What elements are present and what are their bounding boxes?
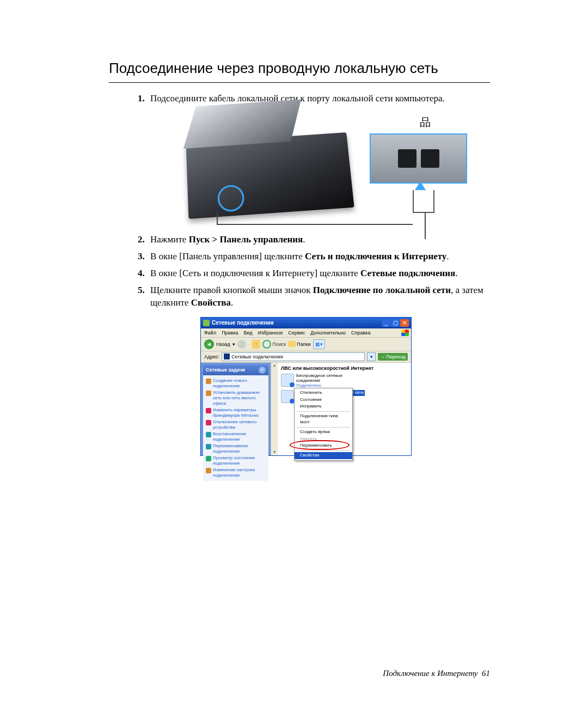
task-icon: [206, 420, 211, 425]
xp-addressbar: Адрес: Сетевые подключения ▾ Переход: [201, 351, 411, 363]
laptop-illustration: [186, 132, 354, 219]
step-1: Подсоедините кабель локальной сети к пор…: [147, 93, 490, 218]
address-input[interactable]: Сетевые подключения: [222, 352, 365, 361]
step-4: В окне [Сеть и подключения к Интернету] …: [147, 267, 490, 280]
rj45-port: [421, 149, 439, 168]
task-item[interactable]: Просмотр состояния подключения: [206, 455, 266, 466]
up-button[interactable]: ↑: [252, 340, 260, 349]
ctx-disable[interactable]: Отключить: [295, 389, 352, 397]
address-label: Адрес:: [204, 354, 219, 360]
side-scrollbar[interactable]: ▴▾: [271, 363, 278, 455]
task-header[interactable]: Сетевые задачи »: [203, 365, 268, 375]
ctx-delete: Удалить: [295, 436, 352, 443]
cable: [425, 212, 426, 239]
menu-file[interactable]: Файл: [204, 330, 216, 336]
menu-tools[interactable]: Сервис: [288, 330, 305, 336]
xp-toolbar: ◄ Назад ▾ · ↑ Поиск Папки ▦▾: [201, 338, 411, 351]
window-title: Сетевые подключения: [212, 319, 382, 327]
task-item[interactable]: Переименование подключения: [206, 443, 266, 454]
task-item[interactable]: Создание нового подключения: [206, 378, 266, 389]
address-dropdown[interactable]: ▾: [367, 352, 376, 361]
forward-button[interactable]: [237, 340, 246, 349]
minimize-button[interactable]: _: [382, 319, 390, 327]
page-footer: Подключение к Интернету 61: [383, 669, 490, 678]
cable: [217, 224, 413, 225]
xp-menubar: Файл Правка Вид Избранное Сервис Дополни…: [201, 328, 411, 338]
connection-item-wireless[interactable]: Беспроводное сетевое соединение Подключе…: [281, 374, 408, 388]
task-icon: [206, 468, 211, 473]
connection-icon: [281, 374, 294, 387]
xp-window: Сетевые подключения _ ▢ ✕ Файл Правка Ви…: [200, 317, 412, 456]
cable: [217, 212, 218, 224]
menu-help[interactable]: Справка: [351, 330, 370, 336]
category-header: ЛВС или высокоскоростной Интернет: [281, 365, 408, 371]
chevron-icon: »: [259, 367, 266, 374]
task-icon: [206, 456, 211, 461]
task-item[interactable]: Изменение настроек подключения: [206, 467, 266, 478]
back-button[interactable]: ◄: [204, 339, 214, 349]
task-icon: [206, 379, 211, 384]
task-icon: [206, 408, 211, 413]
window-icon: [203, 320, 210, 326]
task-item[interactable]: Изменить параметры брандмауэра Windows: [206, 407, 266, 418]
connection-icon: [281, 390, 294, 403]
go-button[interactable]: Переход: [378, 353, 408, 361]
ctx-rename[interactable]: Переименовать: [295, 442, 352, 449]
network-icon: [420, 115, 429, 130]
windows-flag-icon: [401, 330, 409, 336]
maximize-button[interactable]: ▢: [391, 319, 400, 327]
rj45-port: [398, 149, 416, 168]
xp-sidepanel: Сетевые задачи » Создание нового подключ…: [201, 363, 271, 455]
menu-edit[interactable]: Правка: [222, 330, 238, 336]
ctx-properties[interactable]: Свойства: [295, 452, 352, 459]
menu-favorites[interactable]: Избранное: [258, 330, 283, 336]
task-item[interactable]: Отключение сетевого устройства: [206, 419, 266, 430]
task-icon: [206, 391, 211, 396]
task-icon: [206, 444, 211, 449]
step-5: Щелкните правой кнопкой мыши значок Подк…: [147, 284, 490, 456]
search-button[interactable]: Поиск: [262, 340, 286, 349]
figure-laptop-lan: [173, 115, 467, 218]
folders-button[interactable]: Папки: [288, 341, 310, 348]
views-button[interactable]: ▦▾: [313, 339, 325, 349]
task-icon: [206, 432, 211, 437]
xp-titlebar: Сетевые подключения _ ▢ ✕: [201, 318, 411, 328]
menu-advanced[interactable]: Дополнительно: [310, 330, 346, 336]
xp-content: ЛВС или высокоскоростной Интернет Беспро…: [278, 363, 411, 455]
ctx-repair[interactable]: Исправить: [295, 403, 352, 410]
step-3: В окне [Панель управления] щелкните Сеть…: [147, 251, 490, 263]
page-title: Подсоединение через проводную локальную …: [109, 60, 490, 83]
ctx-shortcut[interactable]: Создать ярлык: [295, 429, 352, 436]
task-item[interactable]: Установить домашнюю сеть или сеть малого…: [206, 390, 266, 406]
lan-port-highlight: [217, 184, 245, 212]
step-2: Нажмите Пуск > Панель управления.: [147, 234, 490, 246]
ctx-status[interactable]: Состояние: [295, 397, 352, 404]
lan-plug: [413, 190, 434, 213]
task-list: Создание нового подключения Установить д…: [203, 375, 268, 481]
back-label[interactable]: Назад: [216, 341, 230, 348]
menu-view[interactable]: Вид: [244, 330, 253, 336]
step-list: Подсоедините кабель локальной сети к пор…: [109, 93, 490, 456]
close-button[interactable]: ✕: [400, 319, 409, 327]
context-menu: Отключить Состояние Исправить Подключени…: [294, 388, 353, 461]
ctx-bridge[interactable]: Подключения типа мост: [295, 413, 352, 426]
task-item[interactable]: Восстановление подключения: [206, 431, 266, 442]
lan-ports-closeup: [370, 133, 467, 184]
arrow-up-icon: [415, 181, 426, 190]
